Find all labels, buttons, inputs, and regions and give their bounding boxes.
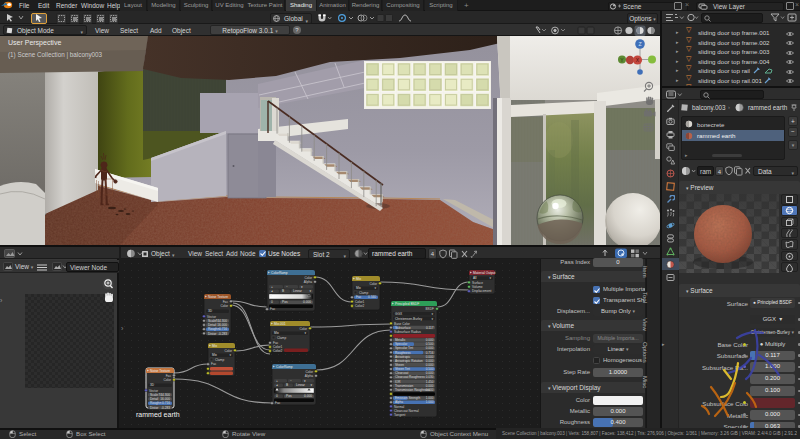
svg-text:Vector: Vector [149,389,159,393]
svg-text:Tangent: Tangent [394,413,405,417]
svg-text:0: 0 [276,394,278,398]
svg-text:GGX: GGX [395,312,403,316]
svg-text:−: − [286,285,288,289]
svg-text:Mix: Mix [274,331,279,335]
svg-text:Volume: Volume [472,285,483,289]
svg-text:0.000: 0.000 [426,388,434,392]
svg-text:0.117: 0.117 [426,326,434,330]
svg-text:BSDF: BSDF [425,307,434,311]
svg-text:Subsurface Radius: Subsurface Radius [394,330,421,334]
svg-text:Mix: Mix [212,344,217,348]
svg-text:3D: 3D [208,309,213,313]
svg-text:+: + [276,379,278,383]
svg-text:Surface: Surface [472,281,483,285]
svg-text:ColorRamp: ColorRamp [271,271,288,275]
svg-text:Clamp: Clamp [359,291,368,295]
svg-text:Z: Z [638,41,641,47]
svg-text:(1) Scene Collection | balcony: (1) Scene Collection | balcony003 [8,51,103,59]
svg-text:Fac: Fac [211,362,217,366]
svg-text:Linear: Linear [296,383,306,387]
svg-text:Color: Color [220,304,229,308]
svg-text:rammed earth: rammed earth [136,411,180,418]
svg-text:Vector: Vector [207,315,217,319]
svg-text:Fac: Fac [275,401,281,405]
svg-text:−: − [290,379,292,383]
svg-text:1.000: 1.000 [426,400,434,404]
svg-text:Color: Color [305,370,314,374]
svg-text:Material Output: Material Output [473,271,496,275]
svg-text:0.340: 0.340 [368,295,376,299]
svg-text:Noise Texture: Noise Texture [208,295,228,299]
svg-text:Clamp: Clamp [277,336,286,340]
svg-text:Color: Color [224,349,233,353]
svg-text:Mix: Mix [212,353,217,357]
svg-text:Mix: Mix [356,277,361,281]
svg-text:-0.283: -0.283 [218,332,227,336]
svg-text:Alpha: Alpha [304,280,312,284]
svg-text:Fac: Fac [356,295,362,299]
svg-text:Fac: Fac [223,300,229,304]
svg-text:Clamp: Clamp [215,358,224,362]
svg-text:Distor: Distor [208,332,217,336]
svg-text:Color: Color [369,282,378,286]
svg-text:Color1: Color1 [355,300,365,304]
svg-text:3D: 3D [150,383,155,387]
svg-text:Noise Texture: Noise Texture [150,369,170,373]
svg-text:ColorRamp: ColorRamp [276,365,293,369]
svg-text:0.000: 0.000 [304,394,312,398]
svg-text:Distor: Distor [150,406,159,410]
svg-text:Fac: Fac [166,374,172,378]
svg-text:Alpha: Alpha [305,374,313,378]
svg-text:User Perspective: User Perspective [8,39,61,47]
svg-text:Displacement: Displacement [472,289,491,293]
svg-text:0: 0 [271,300,273,304]
svg-text:0.000: 0.000 [303,300,311,304]
svg-text:Principled BSDF: Principled BSDF [395,302,419,306]
svg-text:Christensen-Burley: Christensen-Burley [395,317,423,321]
svg-text:-0.283: -0.283 [161,406,170,410]
svg-text:Color: Color [163,378,172,382]
svg-text:Color2: Color2 [355,304,365,308]
svg-text:Color2: Color2 [273,349,283,353]
svg-text:Linear: Linear [293,289,303,293]
svg-text:Mix: Mix [356,286,361,290]
svg-text:+: + [271,285,273,289]
svg-text:B: B [286,383,288,387]
svg-text:Mix.001: Mix.001 [274,322,286,326]
svg-text:Pos: Pos [282,300,288,304]
svg-text:Pos: Pos [286,394,292,398]
svg-text:Fac: Fac [270,307,276,311]
svg-text:B: B [282,289,284,293]
svg-text:Color: Color [304,276,313,280]
svg-text:Color: Color [299,327,308,331]
